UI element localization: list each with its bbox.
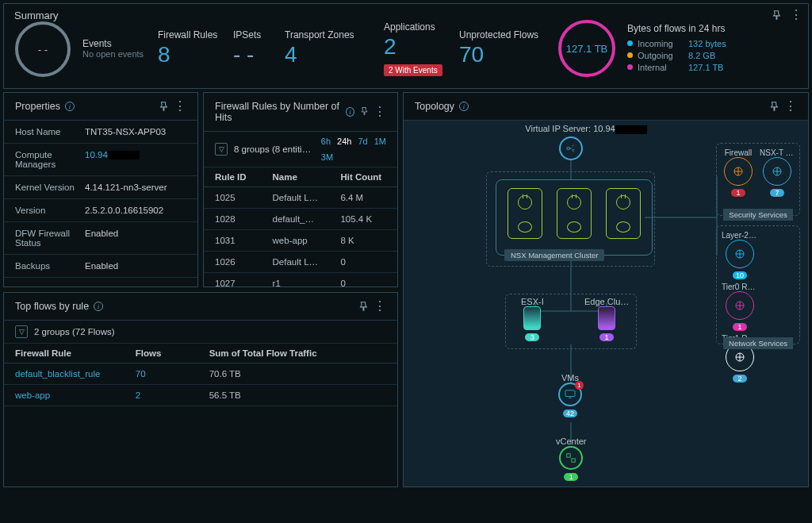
table-row[interactable]: default_blacklist_rule 70 70.6 TB <box>4 363 397 385</box>
service-node[interactable]: NSX-T Se… 7 <box>760 148 795 197</box>
more-icon[interactable]: ⋮ <box>790 11 802 19</box>
vms-node[interactable]: VMs 1 42 <box>558 373 582 417</box>
time-tab[interactable]: 1M <box>374 137 386 146</box>
legend-row: Incoming 132 bytes <box>627 39 726 48</box>
ipsets-stat[interactable]: IPSets - - <box>233 29 273 67</box>
top-flows-table: Firewall RuleFlowsSum of Total Flow Traf… <box>4 344 397 406</box>
unprotected-flows-stat[interactable]: Unprotected Flows 70 <box>459 29 546 67</box>
nsx-cluster[interactable]: NSX Management Cluster <box>496 179 653 256</box>
info-icon[interactable]: i <box>94 302 103 311</box>
property-row: Kernel Version 4.14.121-nn3-server <box>4 176 197 199</box>
pin-icon[interactable] <box>358 301 369 312</box>
legend-dot <box>627 52 633 58</box>
info-icon[interactable]: i <box>459 102 469 111</box>
time-tab[interactable]: 6h <box>321 137 331 146</box>
more-icon[interactable]: ⋮ <box>373 108 386 116</box>
table-row[interactable]: 1028default_black…105.4 K <box>204 209 397 230</box>
filter-icon[interactable]: ▽ <box>15 325 28 338</box>
table-row[interactable]: web-app 2 56.5 TB <box>4 385 397 406</box>
filter-icon[interactable]: ▽ <box>215 143 228 156</box>
cluster-label: NSX Management Cluster <box>504 249 604 261</box>
topology-panel: Topology i ⋮ Virtual IP Server: 10.94 <box>403 92 809 487</box>
applications-stat[interactable]: Applications 2 2 With Events <box>384 21 447 76</box>
flow-legend: Bytes of flows in 24 hrs Incoming 132 by… <box>627 23 726 75</box>
more-icon[interactable]: ⋮ <box>784 102 797 110</box>
pin-icon[interactable] <box>771 10 782 21</box>
more-icon[interactable]: ⋮ <box>373 302 386 310</box>
svg-rect-2 <box>567 454 570 457</box>
service-node[interactable]: Layer-2 … 10 <box>722 231 758 279</box>
table-row[interactable]: 1031web-app8 K <box>204 230 397 252</box>
service-node[interactable]: Tier0 Ro… 1 <box>722 283 758 331</box>
legend-dot <box>627 64 633 70</box>
property-row: Compute Managers 10.94 <box>4 144 197 176</box>
summary-title: Summary <box>14 10 59 21</box>
edge-node[interactable]: Edge Clu… 1 <box>584 297 629 341</box>
svg-rect-3 <box>572 459 575 462</box>
svg-point-0 <box>567 147 570 150</box>
esx-node[interactable]: ESX-I 3 <box>521 297 544 341</box>
more-icon[interactable]: ⋮ <box>174 102 186 110</box>
events-badge[interactable]: 2 With Events <box>384 64 442 76</box>
property-row: Version 2.5.2.0.0.16615902 <box>4 199 197 222</box>
security-services-box: Firewall 1 NSX-T Se… 7 Security Services <box>716 143 800 216</box>
legend-row: Outgoing 8.2 GB <box>627 51 726 60</box>
table-row[interactable]: 1027r10 <box>204 273 397 287</box>
property-row: Host Name TNT35-NSX-APP03 <box>4 121 197 144</box>
top-flows-title: Top flows by rule <box>15 301 89 312</box>
svg-rect-1 <box>565 390 575 397</box>
filter-text: 8 groups (8 entiti… <box>234 144 311 154</box>
service-node[interactable]: Firewall 1 <box>722 148 755 197</box>
vcenter-node[interactable]: vCenter 1 <box>556 436 587 481</box>
filter-text: 2 groups (72 Flows) <box>34 327 115 336</box>
firewall-hits-table: Rule IDNameHit Count1025Default LR La…6.… <box>204 167 397 286</box>
table-row[interactable]: 1026Default LR La…0 <box>204 252 397 273</box>
table-row[interactable]: 1025Default LR La…6.4 M <box>204 187 397 209</box>
vip-node[interactable] <box>559 137 583 162</box>
transport-zones-stat[interactable]: Transport Zones 4 <box>285 29 372 67</box>
time-tab[interactable]: 7d <box>358 137 367 146</box>
properties-title: Properties <box>15 101 60 112</box>
firewall-rules-stat[interactable]: Firewall Rules 8 <box>158 29 221 67</box>
time-tab[interactable]: 24h <box>337 137 351 146</box>
firewall-hits-title: Firewall Rules by Number of Hits <box>215 101 341 123</box>
property-row: Backups Enabled <box>4 255 197 278</box>
time-range-tabs[interactable]: 6h24h7d1M3M <box>321 137 386 162</box>
pin-icon[interactable] <box>158 101 169 112</box>
legend-row: Internal 127.1 TB <box>627 63 726 72</box>
info-icon[interactable]: i <box>65 102 75 111</box>
topology-title: Topology <box>415 101 454 112</box>
network-services-box: Layer-2 … 10 Tier0 Ro… 1 Tier1 Rou… 2 Ne… <box>716 225 800 344</box>
properties-panel: Properties i ⋮ Host Name TNT35-NSX-APP03… <box>3 92 198 287</box>
top-flows-panel: Top flows by rule i ⋮ ▽ 2 groups (72 Flo… <box>3 292 398 487</box>
time-tab[interactable]: 3M <box>321 152 333 162</box>
topology-canvas[interactable]: Virtual IP Server: 10.94 NSX Management … <box>404 121 808 486</box>
events-gauge: - - <box>15 21 71 77</box>
vip-label: Virtual IP Server: 10.94 <box>507 124 665 134</box>
pin-icon[interactable] <box>359 106 369 117</box>
property-row: DFW Firewall Status Enabled <box>4 222 197 255</box>
firewall-hits-panel: Firewall Rules by Number of Hits i ⋮ ▽ 8… <box>203 92 398 287</box>
events-stat: Events No open events <box>82 38 146 59</box>
flow-bytes-ring: 127.1 TB <box>558 20 615 77</box>
legend-dot <box>627 40 633 46</box>
info-icon[interactable]: i <box>346 107 354 117</box>
pin-icon[interactable] <box>768 101 779 112</box>
